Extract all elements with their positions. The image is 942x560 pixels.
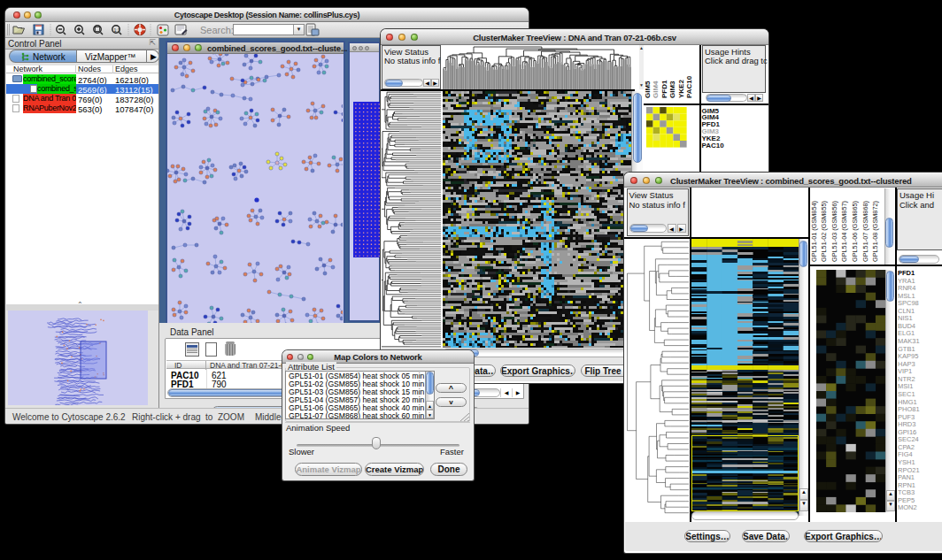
svg-text:GPL51-08 (GSM872): GPL51-08 (GSM872) — [871, 201, 879, 262]
svg-text:GIM4: GIM4 — [652, 81, 660, 98]
svg-text:GPL51-02 (GSM855): GPL51-02 (GSM855) — [820, 201, 828, 262]
svg-text:GPL51-06 (GSM865): GPL51-06 (GSM865) — [851, 201, 859, 262]
svg-text:PAC10: PAC10 — [685, 75, 693, 98]
svg-text:YKE2: YKE2 — [677, 80, 685, 98]
svg-text:GIM5: GIM5 — [644, 81, 652, 98]
svg-text:GIM3: GIM3 — [668, 81, 676, 98]
svg-text:PFD1: PFD1 — [660, 80, 668, 98]
svg-text:GPL51-03 (GSM856): GPL51-03 (GSM856) — [830, 201, 838, 262]
svg-text:GPL51-01 (GSM854): GPL51-01 (GSM854) — [810, 201, 818, 262]
svg-text:1:1: 1:1 — [114, 27, 120, 33]
svg-text:GPL51-04 (GSM857): GPL51-04 (GSM857) — [840, 201, 848, 262]
svg-text:GPL51-07 (GSM868): GPL51-07 (GSM868) — [861, 201, 869, 262]
